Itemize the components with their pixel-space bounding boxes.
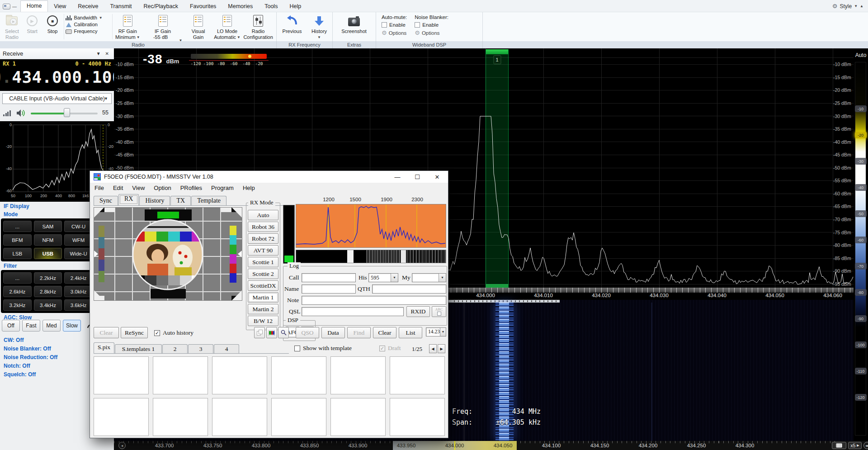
menu-item[interactable]: Help	[238, 185, 259, 191]
find-button[interactable]: Find	[347, 327, 371, 338]
band-expand-button[interactable]: ◂▸	[863, 442, 868, 449]
speaker-icon[interactable]	[16, 109, 26, 117]
mmsstv-tab[interactable]: History	[139, 196, 170, 205]
start-button[interactable]: ▶ Start	[22, 13, 42, 34]
thumbnail-cell[interactable]	[330, 398, 386, 436]
quick-access-toolbar[interactable]: —	[0, 4, 20, 12]
show-with-template-checkbox[interactable]: Show with template	[294, 345, 352, 352]
rxid-button[interactable]: RXID	[406, 306, 430, 317]
previous-button[interactable]: Previous	[278, 13, 306, 34]
band-overview-bar[interactable]: 433.700433.750433.800433.850433.900433.9…	[114, 441, 868, 450]
level-bars-icon[interactable]	[3, 110, 11, 116]
volume-handle[interactable]	[64, 108, 70, 117]
name-input[interactable]	[302, 284, 356, 294]
if-display-label[interactable]: IF Display	[4, 203, 29, 209]
rx-mode-button[interactable]: Robot 72	[248, 233, 278, 244]
auto-mute-options-button[interactable]: ⚙Options	[382, 29, 407, 36]
frequency-button[interactable]: Frequency	[66, 28, 110, 34]
stop-button[interactable]: ■ Stop	[42, 13, 63, 34]
filter-button[interactable]: 2.2kHz	[34, 272, 62, 284]
band-keyboard-button[interactable]	[832, 442, 846, 449]
clear-image-button[interactable]: Clear	[94, 327, 119, 338]
his-select[interactable]: 595▼	[368, 273, 398, 282]
image-button[interactable]	[266, 327, 277, 338]
noise-blanker-options-button[interactable]: ⚙Options	[415, 29, 448, 36]
mmsstv-window[interactable]: F5OEO (F5OEO.MDT) - MMSSTV Ver 1.08 — ☐ …	[90, 171, 448, 438]
screenshot-button[interactable]: Screenshot	[335, 13, 373, 34]
pix-tab[interactable]: S.templates 1	[115, 344, 162, 353]
menu-item[interactable]: PRofiles	[176, 185, 207, 191]
rx-mode-button[interactable]: Scottie 2	[248, 269, 278, 279]
menu-item[interactable]: File	[90, 185, 108, 191]
note-input[interactable]	[302, 296, 446, 305]
pix-tab[interactable]: 2	[162, 344, 188, 353]
thumbnail-cell[interactable]	[271, 356, 326, 394]
qsl-input[interactable]	[302, 307, 404, 316]
mmsstv-tab[interactable]: Template	[191, 196, 226, 205]
abc-checkbox-button[interactable]: ABC	[432, 306, 446, 317]
ribbon-tab[interactable]: Rec/Playback	[138, 1, 184, 12]
ribbon-tab[interactable]: Tools	[259, 1, 283, 12]
mode-button[interactable]: USB	[34, 248, 62, 259]
band-zoom-button[interactable]: x5▶	[848, 442, 862, 449]
ribbon-tab[interactable]: View	[48, 1, 72, 12]
menu-item[interactable]: Edit	[108, 185, 127, 191]
ribbon-tab[interactable]: Favourites	[184, 1, 222, 12]
legend-auto-label[interactable]: Auto	[854, 52, 868, 58]
thumbnail-cell[interactable]	[212, 398, 267, 436]
thumbnail-cell[interactable]	[94, 356, 149, 394]
copy-button[interactable]	[254, 327, 265, 338]
lo-mode-button[interactable]: LO Mode Automatic▼	[212, 13, 242, 40]
magnifier-button[interactable]	[278, 327, 289, 338]
auto-mute-enable-checkbox[interactable]: Enable	[382, 22, 407, 28]
bandwidth-button[interactable]: Bandwidth▼	[66, 15, 110, 20]
style-menu[interactable]: ⚙ Style ▼ ▲	[832, 3, 868, 12]
pix-tab[interactable]: 4	[214, 344, 239, 353]
mode-button[interactable]: SAM	[34, 221, 62, 232]
menu-item[interactable]: View	[127, 185, 149, 191]
mode-button[interactable]: BFM	[3, 234, 32, 246]
thumbnail-cell[interactable]	[153, 356, 208, 394]
agc-off-button[interactable]: Off	[2, 320, 20, 332]
thumbnail-cell[interactable]	[390, 356, 445, 394]
rx-mode-button[interactable]: Robot 36	[248, 222, 278, 232]
history-button[interactable]: History ▼	[306, 13, 333, 40]
call-input[interactable]	[302, 273, 356, 282]
thumbnail-cell[interactable]	[330, 356, 386, 394]
rx-mode-button[interactable]: Auto	[248, 210, 278, 220]
filter-button[interactable]: 3.2kHz	[3, 299, 32, 311]
pix-tab[interactable]: 3	[188, 344, 213, 353]
rx-mode-button[interactable]: B/W 12	[248, 316, 278, 326]
list-button[interactable]: List	[399, 327, 422, 338]
filter-button[interactable]: ...	[3, 272, 32, 284]
frequency-select[interactable]: 14.230 ▼	[426, 327, 446, 336]
rx-mode-button[interactable]: Martin 2	[248, 304, 278, 314]
ribbon-tab[interactable]: Memories	[222, 1, 259, 12]
filter-button[interactable]: 2.8kHz	[34, 286, 62, 297]
thumbnail-cell[interactable]	[212, 356, 267, 394]
thumbnail-cell[interactable]	[271, 398, 326, 436]
data-button[interactable]: Data	[321, 327, 345, 338]
mmsstv-tab[interactable]: RX	[118, 194, 139, 205]
rf-gain-button[interactable]: RF Gain Minimum▼	[114, 13, 142, 40]
mode-button[interactable]: CW-U	[64, 221, 93, 232]
filter-button[interactable]: 3.4kHz	[34, 299, 62, 311]
minimize-button[interactable]: —	[387, 171, 407, 183]
frequency-display[interactable]: RX 1 0 - 4000 Hz 0.434.000.100	[0, 59, 114, 91]
auto-history-checkbox[interactable]: ✓ Auto history	[154, 329, 193, 336]
close-button[interactable]: ✕	[427, 171, 447, 183]
page-prev-button[interactable]: ◀	[429, 344, 437, 353]
ribbon-tab[interactable]: Home	[20, 0, 48, 12]
thumbnail-cell[interactable]	[153, 398, 208, 436]
qso-button[interactable]: QSO	[296, 327, 319, 338]
ribbon-tab[interactable]: Transmit	[104, 1, 137, 12]
agc-fast-button[interactable]: Fast	[22, 320, 40, 332]
mode-button[interactable]: Wide-U	[64, 248, 93, 259]
noise-blanker-enable-checkbox[interactable]: Enable	[415, 22, 448, 28]
dsp-status-line[interactable]: CW: Off	[4, 337, 24, 343]
mode-button[interactable]: LSB	[3, 248, 32, 259]
agc-med-button[interactable]: Med	[42, 320, 61, 332]
menu-item[interactable]: Program	[207, 185, 238, 191]
dsp-status-line[interactable]: Noise Blanker: Off	[4, 346, 51, 352]
rx-mode-button[interactable]: Martin 1	[248, 292, 278, 303]
